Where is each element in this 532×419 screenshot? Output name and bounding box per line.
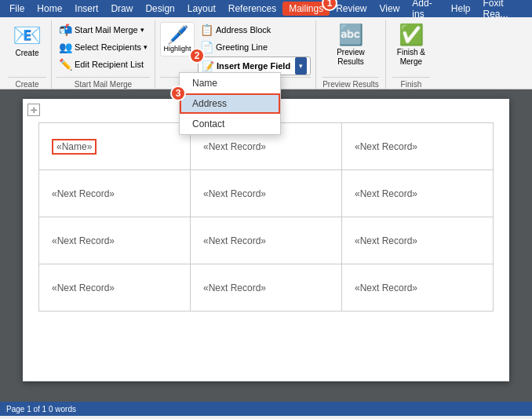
greeting-line-button[interactable]: 📄 Greeting Line — [198, 39, 311, 55]
preview-icon: 🔤 — [338, 24, 363, 46]
menu-mailings[interactable]: Mailings 1 — [282, 2, 330, 16]
table-cell: «Next Record» — [39, 217, 191, 264]
status-bar: Page 1 of 1 0 words — [0, 402, 532, 416]
menu-home[interactable]: Home — [31, 2, 68, 16]
table-row: «Next Record» «Next Record» «Next Record… — [39, 170, 494, 217]
group-start-mail-merge: 📬 Start Mail Merge ▾ 👥 Select Recipients… — [52, 20, 155, 89]
menu-design[interactable]: Design — [139, 2, 180, 16]
menu-help[interactable]: Help — [445, 2, 477, 16]
table-cell: «Next Record» — [191, 217, 342, 264]
dropdown-item-name[interactable]: Name — [180, 73, 280, 93]
group-create-label: Create — [8, 77, 46, 89]
dropdown-item-contact[interactable]: Contact — [180, 114, 280, 134]
menu-draw[interactable]: Draw — [104, 2, 139, 16]
status-text: Page 1 of 1 0 words — [6, 405, 76, 414]
finish-merge-button[interactable]: ✅ Finish &Merge — [392, 20, 430, 77]
insert-merge-dropdown-menu: Name Address 3 Contact — [179, 72, 281, 135]
table-cell: «Next Record» — [342, 264, 494, 312]
group-preview-results: 🔤 PreviewResults Preview Results — [316, 20, 386, 89]
select-recipients-dropdown-icon: ▾ — [144, 43, 148, 51]
dropdown-arrow-icon: ▾ — [140, 26, 144, 34]
edit-recipient-list-button[interactable]: ✏️ Edit Recipient List — [56, 56, 150, 72]
select-recipients-icon: 👥 — [59, 41, 72, 53]
select-recipients-button[interactable]: 👥 Select Recipients ▾ — [56, 39, 150, 55]
create-label: Create — [15, 49, 38, 57]
group-finish-label: Finish — [392, 77, 430, 89]
badge-2: 2 — [189, 48, 205, 64]
insert-merge-icon: 📝 — [202, 60, 214, 72]
menu-view[interactable]: View — [373, 2, 406, 16]
highlight-icon: 🖊️ — [167, 25, 188, 46]
menu-insert[interactable]: Insert — [68, 2, 104, 16]
menu-layout[interactable]: Layout — [181, 2, 222, 16]
group-preview-label: Preview Results — [322, 77, 379, 89]
address-block-icon: 📋 — [200, 24, 213, 36]
dropdown-item-address[interactable]: Address 3 — [180, 93, 280, 114]
group-finish: ✅ Finish &Merge Finish — [386, 20, 436, 89]
badge-3: 3 — [170, 86, 186, 101]
page-corner-icon[interactable]: ✛ — [27, 104, 40, 116]
create-button[interactable]: 📧 Create — [8, 20, 46, 77]
menu-file[interactable]: File — [3, 2, 31, 16]
start-mail-merge-icon: 📬 — [59, 24, 72, 36]
insert-merge-dropdown[interactable]: ▾ — [295, 57, 307, 75]
table-cell: «Next Record» — [39, 264, 191, 312]
finish-icon: ✅ — [399, 24, 424, 46]
table-cell: «Next Record» — [39, 170, 191, 217]
address-block-button[interactable]: 📋 Address Block — [198, 22, 311, 38]
edit-recipient-icon: ✏️ — [59, 58, 72, 71]
menu-references[interactable]: References — [222, 2, 282, 16]
table-cell: «Next Record» — [342, 123, 494, 170]
table-cell: «Next Record» — [191, 170, 342, 217]
table-cell: «Next Record» — [342, 170, 494, 217]
group-write-insert: 🖊️ Highlight 📋 Address Block 📄 Greeting … — [155, 20, 316, 89]
document-area: ✛ «Name» «Next Record» «Next Record» «Ne… — [0, 89, 532, 402]
name-field: «Name» — [52, 139, 97, 155]
group-create: 📧 Create Create — [3, 20, 52, 89]
table-cell: «Next Record» — [342, 217, 494, 264]
table-cell: «Next Record» — [191, 264, 342, 312]
page: ✛ «Name» «Next Record» «Next Record» «Ne… — [23, 99, 509, 381]
group-start-label: Start Mail Merge — [56, 77, 150, 89]
table-cell: «Name» — [39, 123, 191, 170]
start-mail-merge-button[interactable]: 📬 Start Mail Merge ▾ — [56, 22, 150, 38]
create-icon: 📧 — [13, 24, 42, 47]
merge-table: «Name» «Next Record» «Next Record» «Next… — [38, 122, 494, 312]
preview-results-button[interactable]: 🔤 PreviewResults — [332, 20, 370, 77]
table-row: «Next Record» «Next Record» «Next Record… — [39, 264, 494, 312]
ribbon: 📧 Create Create 📬 Start Mail Merge ▾ 👥 S… — [0, 17, 532, 89]
menu-bar: File Home Insert Draw Design Layout Refe… — [0, 0, 532, 17]
table-row: «Next Record» «Next Record» «Next Record… — [39, 217, 494, 264]
